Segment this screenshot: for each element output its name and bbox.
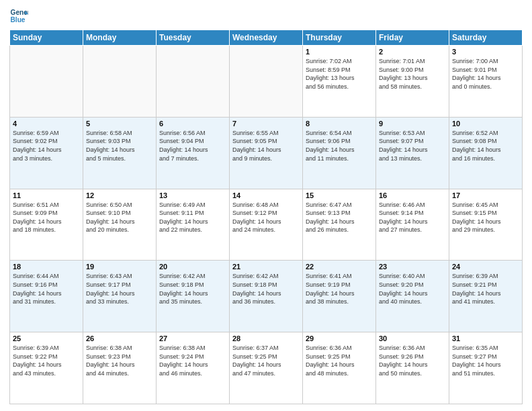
day-number: 28 — [232, 334, 300, 342]
calendar-cell: 7Sunrise: 6:55 AM Sunset: 9:05 PM Daylig… — [230, 117, 303, 189]
calendar-cell: 17Sunrise: 6:45 AM Sunset: 9:15 PM Dayli… — [449, 189, 523, 261]
logo-icon: General Blue — [9, 7, 28, 26]
day-info: Sunrise: 6:43 AM Sunset: 9:17 PM Dayligh… — [86, 272, 153, 306]
calendar-cell: 29Sunrise: 6:36 AM Sunset: 9:25 PM Dayli… — [303, 332, 376, 404]
calendar-cell: 20Sunrise: 6:42 AM Sunset: 9:18 PM Dayli… — [157, 261, 230, 332]
calendar-cell: 12Sunrise: 6:50 AM Sunset: 9:10 PM Dayli… — [83, 189, 157, 261]
day-number: 16 — [379, 191, 446, 199]
day-info: Sunrise: 6:47 AM Sunset: 9:13 PM Dayligh… — [306, 201, 373, 234]
calendar-cell: 22Sunrise: 6:41 AM Sunset: 9:19 PM Dayli… — [303, 261, 376, 332]
day-info: Sunrise: 6:59 AM Sunset: 9:02 PM Dayligh… — [13, 129, 80, 163]
day-info: Sunrise: 6:52 AM Sunset: 9:08 PM Dayligh… — [452, 129, 519, 163]
day-info: Sunrise: 6:53 AM Sunset: 9:07 PM Dayligh… — [379, 129, 446, 163]
calendar-cell — [230, 46, 303, 118]
day-number: 11 — [13, 191, 80, 199]
calendar-cell: 14Sunrise: 6:48 AM Sunset: 9:12 PM Dayli… — [230, 189, 303, 261]
day-number: 12 — [86, 191, 153, 199]
day-info: Sunrise: 6:38 AM Sunset: 9:24 PM Dayligh… — [159, 344, 226, 377]
page: General Blue SundayMondayTuesdayWednesda… — [0, 0, 532, 411]
calendar-cell — [10, 46, 83, 118]
day-info: Sunrise: 6:41 AM Sunset: 9:19 PM Dayligh… — [306, 272, 373, 306]
calendar-cell: 11Sunrise: 6:51 AM Sunset: 9:09 PM Dayli… — [10, 189, 83, 261]
day-info: Sunrise: 6:42 AM Sunset: 9:18 PM Dayligh… — [232, 272, 300, 306]
day-number: 5 — [86, 120, 153, 128]
day-number: 30 — [379, 334, 446, 342]
calendar-cell: 13Sunrise: 6:49 AM Sunset: 9:11 PM Dayli… — [157, 189, 230, 261]
calendar-table: SundayMondayTuesdayWednesdayThursdayFrid… — [9, 30, 523, 404]
day-number: 2 — [379, 48, 446, 56]
day-number: 13 — [159, 191, 226, 199]
calendar-cell: 24Sunrise: 6:39 AM Sunset: 9:21 PM Dayli… — [449, 261, 523, 332]
calendar-cell: 30Sunrise: 6:36 AM Sunset: 9:26 PM Dayli… — [376, 332, 449, 404]
day-info: Sunrise: 6:37 AM Sunset: 9:25 PM Dayligh… — [232, 344, 300, 377]
day-info: Sunrise: 6:40 AM Sunset: 9:20 PM Dayligh… — [379, 272, 446, 306]
day-info: Sunrise: 6:36 AM Sunset: 9:25 PM Dayligh… — [306, 344, 373, 377]
day-number: 8 — [306, 120, 373, 128]
calendar-week-row: 25Sunrise: 6:39 AM Sunset: 9:22 PM Dayli… — [10, 332, 523, 404]
day-info: Sunrise: 6:51 AM Sunset: 9:09 PM Dayligh… — [13, 201, 80, 234]
calendar-day-header: Monday — [83, 30, 157, 46]
day-info: Sunrise: 6:56 AM Sunset: 9:04 PM Dayligh… — [159, 129, 226, 163]
calendar-cell: 23Sunrise: 6:40 AM Sunset: 9:20 PM Dayli… — [376, 261, 449, 332]
day-number: 31 — [452, 334, 519, 342]
calendar-day-header: Tuesday — [157, 30, 230, 46]
calendar-cell — [157, 46, 230, 118]
calendar-cell: 31Sunrise: 6:35 AM Sunset: 9:27 PM Dayli… — [449, 332, 523, 404]
day-info: Sunrise: 6:39 AM Sunset: 9:22 PM Dayligh… — [13, 344, 80, 377]
calendar-week-row: 1Sunrise: 7:02 AM Sunset: 8:59 PM Daylig… — [10, 46, 523, 118]
day-number: 18 — [13, 263, 80, 271]
calendar-week-row: 18Sunrise: 6:44 AM Sunset: 9:16 PM Dayli… — [10, 261, 523, 332]
calendar-day-header: Thursday — [303, 30, 376, 46]
day-number: 6 — [159, 120, 226, 128]
day-number: 29 — [306, 334, 373, 342]
day-info: Sunrise: 6:36 AM Sunset: 9:26 PM Dayligh… — [379, 344, 446, 377]
calendar-cell: 18Sunrise: 6:44 AM Sunset: 9:16 PM Dayli… — [10, 261, 83, 332]
day-number: 9 — [379, 120, 446, 128]
day-info: Sunrise: 7:02 AM Sunset: 8:59 PM Dayligh… — [306, 57, 373, 91]
calendar-cell: 2Sunrise: 7:01 AM Sunset: 9:00 PM Daylig… — [376, 46, 449, 118]
day-number: 25 — [13, 334, 80, 342]
day-number: 21 — [232, 263, 300, 271]
calendar-cell: 28Sunrise: 6:37 AM Sunset: 9:25 PM Dayli… — [230, 332, 303, 404]
calendar-cell: 26Sunrise: 6:38 AM Sunset: 9:23 PM Dayli… — [83, 332, 157, 404]
day-info: Sunrise: 6:45 AM Sunset: 9:15 PM Dayligh… — [452, 201, 519, 234]
day-info: Sunrise: 6:35 AM Sunset: 9:27 PM Dayligh… — [452, 344, 519, 377]
calendar-header-row: SundayMondayTuesdayWednesdayThursdayFrid… — [10, 30, 523, 46]
calendar-day-header: Wednesday — [230, 30, 303, 46]
day-info: Sunrise: 6:55 AM Sunset: 9:05 PM Dayligh… — [232, 129, 300, 163]
day-number: 15 — [306, 191, 373, 199]
calendar-cell — [83, 46, 157, 118]
day-info: Sunrise: 6:38 AM Sunset: 9:23 PM Dayligh… — [86, 344, 153, 377]
day-number: 26 — [86, 334, 153, 342]
day-number: 10 — [452, 120, 519, 128]
calendar-cell: 16Sunrise: 6:46 AM Sunset: 9:14 PM Dayli… — [376, 189, 449, 261]
day-number: 24 — [452, 263, 519, 271]
calendar-day-header: Saturday — [449, 30, 523, 46]
calendar-cell: 6Sunrise: 6:56 AM Sunset: 9:04 PM Daylig… — [157, 117, 230, 189]
calendar-week-row: 11Sunrise: 6:51 AM Sunset: 9:09 PM Dayli… — [10, 189, 523, 261]
calendar-cell: 19Sunrise: 6:43 AM Sunset: 9:17 PM Dayli… — [83, 261, 157, 332]
day-number: 4 — [13, 120, 80, 128]
calendar-cell: 1Sunrise: 7:02 AM Sunset: 8:59 PM Daylig… — [303, 46, 376, 118]
calendar-cell: 15Sunrise: 6:47 AM Sunset: 9:13 PM Dayli… — [303, 189, 376, 261]
day-info: Sunrise: 6:46 AM Sunset: 9:14 PM Dayligh… — [379, 201, 446, 234]
day-info: Sunrise: 6:44 AM Sunset: 9:16 PM Dayligh… — [13, 272, 80, 306]
logo: General Blue — [9, 7, 28, 26]
day-number: 27 — [159, 334, 226, 342]
day-info: Sunrise: 6:49 AM Sunset: 9:11 PM Dayligh… — [159, 201, 226, 234]
calendar-day-header: Friday — [376, 30, 449, 46]
day-number: 3 — [452, 48, 519, 56]
calendar-cell: 21Sunrise: 6:42 AM Sunset: 9:18 PM Dayli… — [230, 261, 303, 332]
day-info: Sunrise: 6:58 AM Sunset: 9:03 PM Dayligh… — [86, 129, 153, 163]
calendar-day-header: Sunday — [10, 30, 83, 46]
day-info: Sunrise: 7:01 AM Sunset: 9:00 PM Dayligh… — [379, 57, 446, 91]
day-info: Sunrise: 6:39 AM Sunset: 9:21 PM Dayligh… — [452, 272, 519, 306]
calendar-cell: 8Sunrise: 6:54 AM Sunset: 9:06 PM Daylig… — [303, 117, 376, 189]
day-info: Sunrise: 6:50 AM Sunset: 9:10 PM Dayligh… — [86, 201, 153, 234]
day-number: 19 — [86, 263, 153, 271]
calendar-cell: 9Sunrise: 6:53 AM Sunset: 9:07 PM Daylig… — [376, 117, 449, 189]
calendar-cell: 4Sunrise: 6:59 AM Sunset: 9:02 PM Daylig… — [10, 117, 83, 189]
calendar-week-row: 4Sunrise: 6:59 AM Sunset: 9:02 PM Daylig… — [10, 117, 523, 189]
day-number: 23 — [379, 263, 446, 271]
day-number: 7 — [232, 120, 300, 128]
